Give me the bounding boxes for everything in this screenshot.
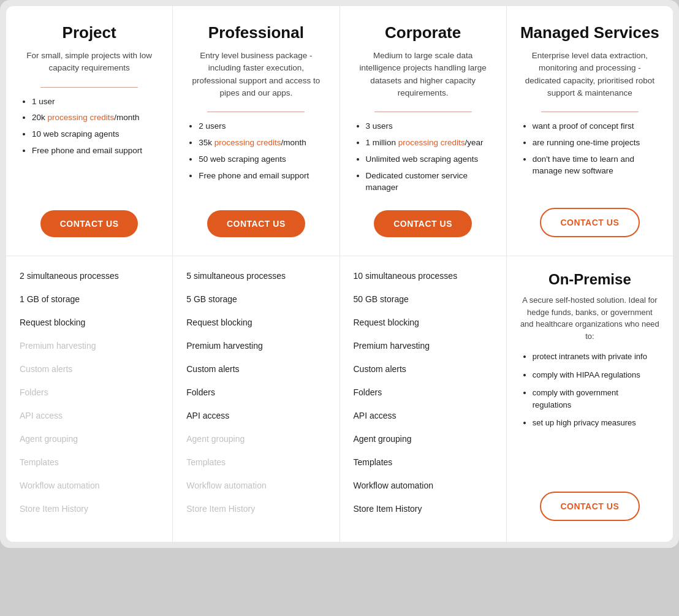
feature-item: Agent grouping xyxy=(354,434,493,444)
list-item: comply with HIPAA regulations xyxy=(533,369,659,381)
managed-contact-button[interactable]: CONTACT US xyxy=(540,208,640,237)
feature-item: Store Item History xyxy=(354,504,493,514)
plan-project: Project For small, simple projects with … xyxy=(6,6,173,256)
feature-item-disabled: Folders xyxy=(20,387,159,397)
list-item: want a proof of concept first xyxy=(533,121,659,132)
list-item: 1 user xyxy=(32,96,159,108)
list-item: don't have time to learn and manage new … xyxy=(533,154,659,177)
plan-corporate-features: 3 users 1 million processing credits/yea… xyxy=(354,121,493,198)
list-item: 2 users xyxy=(199,121,325,132)
on-premise-contact-button[interactable]: CONTACT US xyxy=(540,492,640,521)
plan-managed-features: want a proof of concept first are runnin… xyxy=(520,121,659,196)
feature-item: Custom alerts xyxy=(186,364,325,374)
feature-item: Request blocking xyxy=(354,318,493,327)
feature-item: Workflow automation xyxy=(354,481,493,490)
plan-managed-divider xyxy=(541,112,639,112)
plan-project-features: 1 user 20k processing credits/month 10 w… xyxy=(20,96,159,199)
feature-item-disabled: Templates xyxy=(20,457,159,467)
feature-item: 10 simultaneous processes xyxy=(354,271,493,281)
on-premise-section: On-Premise A secure self-hosted solution… xyxy=(507,256,673,542)
plan-project-desc: For small, simple projects with low capa… xyxy=(20,50,159,75)
feature-item-disabled: Workflow automation xyxy=(186,481,325,490)
feature-item: API access xyxy=(186,411,325,420)
feature-item-disabled: Store Item History xyxy=(20,504,159,514)
plan-corporate: Corporate Medium to large scale data int… xyxy=(340,6,507,256)
plan-project-title: Project xyxy=(63,23,116,42)
feature-item-disabled: Agent grouping xyxy=(20,434,159,444)
list-item: Dedicated customer service manager xyxy=(366,170,493,194)
plan-corporate-divider xyxy=(374,112,472,112)
pricing-card: Project For small, simple projects with … xyxy=(6,6,673,542)
list-item: protect intranets with private info xyxy=(533,351,659,363)
feature-item: Folders xyxy=(186,387,325,397)
list-item: 20k processing credits/month xyxy=(32,112,159,124)
feature-item-disabled: Templates xyxy=(186,457,325,467)
project-bottom-features: 2 simultaneous processes 1 GB of storage… xyxy=(6,256,173,542)
feature-item: 2 simultaneous processes xyxy=(20,271,159,281)
plan-managed-title: Managed Services xyxy=(520,23,659,42)
plan-professional: Professional Entry level business packag… xyxy=(173,6,340,256)
feature-item: Request blocking xyxy=(20,318,159,327)
list-item: Free phone and email support xyxy=(199,170,325,182)
list-item: 10 web scraping agents xyxy=(32,129,159,140)
feature-item: Premium harvesting xyxy=(354,341,493,351)
feature-item: Templates xyxy=(354,457,493,467)
list-item: 35k processing credits/month xyxy=(199,137,325,149)
plan-professional-desc: Entry level business package - including… xyxy=(186,50,325,99)
list-item: are running one-time projects xyxy=(533,137,659,149)
plan-professional-divider xyxy=(207,112,305,112)
pricing-page: Project For small, simple projects with … xyxy=(0,0,679,548)
list-item: 50 web scraping agents xyxy=(199,154,325,165)
top-section: Project For small, simple projects with … xyxy=(6,6,673,256)
list-item: 3 users xyxy=(366,121,493,132)
list-item: Free phone and email support xyxy=(32,145,159,157)
feature-item-disabled: Store Item History xyxy=(186,504,325,514)
feature-item: 50 GB storage xyxy=(354,294,493,304)
list-item: set up high privacy measures xyxy=(533,417,659,429)
bottom-section: 2 simultaneous processes 1 GB of storage… xyxy=(6,256,673,542)
on-premise-desc: A secure self-hosted solution. Ideal for… xyxy=(520,294,659,342)
corporate-bottom-features: 10 simultaneous processes 50 GB storage … xyxy=(340,256,507,542)
feature-item: Custom alerts xyxy=(354,364,493,374)
list-item: 1 million processing credits/year xyxy=(366,137,493,149)
plan-professional-features: 2 users 35k processing credits/month 50 … xyxy=(186,121,325,198)
plan-corporate-desc: Medium to large scale data intelligence … xyxy=(354,50,493,99)
feature-item: Request blocking xyxy=(186,318,325,327)
plan-corporate-title: Corporate xyxy=(385,23,461,42)
on-premise-features: protect intranets with private info comp… xyxy=(520,351,659,479)
feature-item: Premium harvesting xyxy=(186,341,325,351)
plan-project-divider xyxy=(40,87,138,88)
feature-item-disabled: Custom alerts xyxy=(20,364,159,374)
professional-contact-button[interactable]: CONTACT US xyxy=(207,210,305,237)
professional-bottom-features: 5 simultaneous processes 5 GB storage Re… xyxy=(173,256,340,542)
plan-managed-desc: Enterprise level data extraction, monito… xyxy=(520,50,659,99)
feature-item: 5 simultaneous processes xyxy=(186,271,325,281)
feature-item: Folders xyxy=(354,387,493,397)
feature-item-disabled: API access xyxy=(20,411,159,420)
feature-item-disabled: Workflow automation xyxy=(20,481,159,490)
project-contact-button[interactable]: CONTACT US xyxy=(40,210,138,237)
plan-professional-title: Professional xyxy=(208,23,304,42)
list-item: comply with government regulations xyxy=(533,387,659,411)
processing-credits-link[interactable]: processing credits xyxy=(48,113,115,122)
list-item: Unlimited web scraping agents xyxy=(366,154,493,165)
feature-item: 1 GB of storage xyxy=(20,294,159,304)
on-premise-title: On-Premise xyxy=(548,271,631,288)
feature-item-disabled: Premium harvesting xyxy=(20,341,159,351)
plan-managed: Managed Services Enterprise level data e… xyxy=(507,6,673,256)
feature-item: API access xyxy=(354,411,493,420)
feature-item: 5 GB storage xyxy=(186,294,325,304)
feature-item-disabled: Agent grouping xyxy=(186,434,325,444)
processing-credits-link[interactable]: processing credits xyxy=(214,138,281,147)
corporate-contact-button[interactable]: CONTACT US xyxy=(374,210,472,237)
processing-credits-link[interactable]: processing credits xyxy=(398,138,465,147)
